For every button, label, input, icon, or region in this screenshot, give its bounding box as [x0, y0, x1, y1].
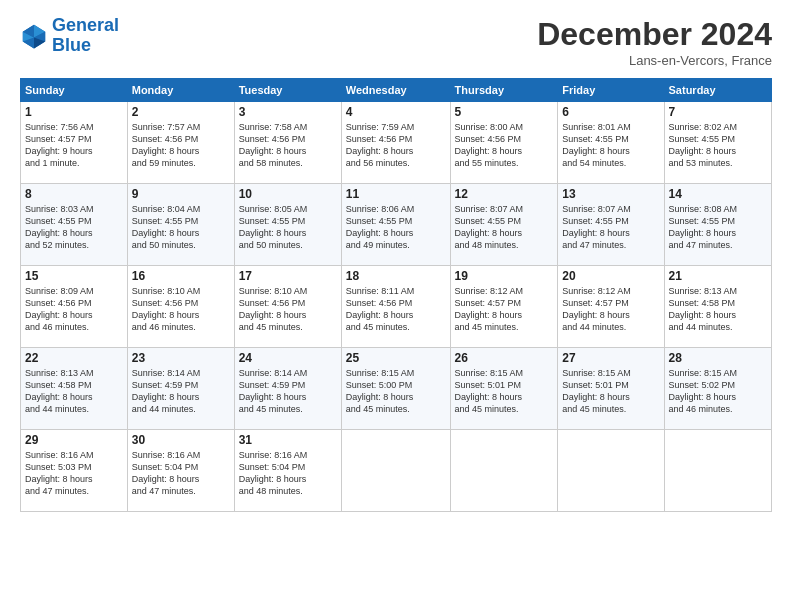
calendar-cell: 31Sunrise: 8:16 AM Sunset: 5:04 PM Dayli…: [234, 430, 341, 512]
location: Lans-en-Vercors, France: [537, 53, 772, 68]
calendar: SundayMondayTuesdayWednesdayThursdayFrid…: [20, 78, 772, 512]
logo-text: General Blue: [52, 16, 119, 56]
day-number: 23: [132, 351, 230, 365]
day-info: Sunrise: 8:07 AM Sunset: 4:55 PM Dayligh…: [562, 203, 659, 252]
day-info: Sunrise: 8:12 AM Sunset: 4:57 PM Dayligh…: [562, 285, 659, 334]
day-info: Sunrise: 8:10 AM Sunset: 4:56 PM Dayligh…: [239, 285, 337, 334]
logo-line2: Blue: [52, 35, 91, 55]
day-info: Sunrise: 8:16 AM Sunset: 5:04 PM Dayligh…: [239, 449, 337, 498]
day-info: Sunrise: 8:16 AM Sunset: 5:03 PM Dayligh…: [25, 449, 123, 498]
calendar-cell: 26Sunrise: 8:15 AM Sunset: 5:01 PM Dayli…: [450, 348, 558, 430]
day-number: 7: [669, 105, 767, 119]
page: General Blue December 2024 Lans-en-Verco…: [0, 0, 792, 612]
calendar-cell: 19Sunrise: 8:12 AM Sunset: 4:57 PM Dayli…: [450, 266, 558, 348]
day-number: 14: [669, 187, 767, 201]
day-info: Sunrise: 8:15 AM Sunset: 5:02 PM Dayligh…: [669, 367, 767, 416]
calendar-cell: [450, 430, 558, 512]
day-number: 31: [239, 433, 337, 447]
calendar-cell: 25Sunrise: 8:15 AM Sunset: 5:00 PM Dayli…: [341, 348, 450, 430]
calendar-cell: 27Sunrise: 8:15 AM Sunset: 5:01 PM Dayli…: [558, 348, 664, 430]
calendar-cell: 16Sunrise: 8:10 AM Sunset: 4:56 PM Dayli…: [127, 266, 234, 348]
day-number: 3: [239, 105, 337, 119]
day-info: Sunrise: 8:15 AM Sunset: 5:01 PM Dayligh…: [455, 367, 554, 416]
calendar-cell: 29Sunrise: 8:16 AM Sunset: 5:03 PM Dayli…: [21, 430, 128, 512]
calendar-cell: 9Sunrise: 8:04 AM Sunset: 4:55 PM Daylig…: [127, 184, 234, 266]
calendar-cell: 18Sunrise: 8:11 AM Sunset: 4:56 PM Dayli…: [341, 266, 450, 348]
day-info: Sunrise: 8:15 AM Sunset: 5:00 PM Dayligh…: [346, 367, 446, 416]
calendar-header-friday: Friday: [558, 79, 664, 102]
day-info: Sunrise: 7:56 AM Sunset: 4:57 PM Dayligh…: [25, 121, 123, 170]
day-info: Sunrise: 8:11 AM Sunset: 4:56 PM Dayligh…: [346, 285, 446, 334]
calendar-cell: [558, 430, 664, 512]
logo-line1: General: [52, 15, 119, 35]
logo-icon: [20, 22, 48, 50]
calendar-week-5: 29Sunrise: 8:16 AM Sunset: 5:03 PM Dayli…: [21, 430, 772, 512]
calendar-cell: 2Sunrise: 7:57 AM Sunset: 4:56 PM Daylig…: [127, 102, 234, 184]
day-info: Sunrise: 8:14 AM Sunset: 4:59 PM Dayligh…: [132, 367, 230, 416]
day-number: 22: [25, 351, 123, 365]
day-number: 29: [25, 433, 123, 447]
day-info: Sunrise: 8:09 AM Sunset: 4:56 PM Dayligh…: [25, 285, 123, 334]
calendar-cell: [341, 430, 450, 512]
calendar-header-thursday: Thursday: [450, 79, 558, 102]
title-block: December 2024 Lans-en-Vercors, France: [537, 16, 772, 68]
calendar-header-row: SundayMondayTuesdayWednesdayThursdayFrid…: [21, 79, 772, 102]
calendar-header-monday: Monday: [127, 79, 234, 102]
day-number: 30: [132, 433, 230, 447]
calendar-header-wednesday: Wednesday: [341, 79, 450, 102]
calendar-cell: 13Sunrise: 8:07 AM Sunset: 4:55 PM Dayli…: [558, 184, 664, 266]
day-number: 10: [239, 187, 337, 201]
calendar-cell: 1Sunrise: 7:56 AM Sunset: 4:57 PM Daylig…: [21, 102, 128, 184]
day-number: 21: [669, 269, 767, 283]
day-number: 27: [562, 351, 659, 365]
header: General Blue December 2024 Lans-en-Verco…: [20, 16, 772, 68]
calendar-cell: 30Sunrise: 8:16 AM Sunset: 5:04 PM Dayli…: [127, 430, 234, 512]
day-number: 1: [25, 105, 123, 119]
calendar-week-2: 8Sunrise: 8:03 AM Sunset: 4:55 PM Daylig…: [21, 184, 772, 266]
day-number: 2: [132, 105, 230, 119]
day-info: Sunrise: 8:12 AM Sunset: 4:57 PM Dayligh…: [455, 285, 554, 334]
calendar-week-1: 1Sunrise: 7:56 AM Sunset: 4:57 PM Daylig…: [21, 102, 772, 184]
day-number: 19: [455, 269, 554, 283]
day-number: 28: [669, 351, 767, 365]
day-number: 20: [562, 269, 659, 283]
calendar-cell: 8Sunrise: 8:03 AM Sunset: 4:55 PM Daylig…: [21, 184, 128, 266]
day-number: 4: [346, 105, 446, 119]
calendar-cell: 11Sunrise: 8:06 AM Sunset: 4:55 PM Dayli…: [341, 184, 450, 266]
day-info: Sunrise: 8:04 AM Sunset: 4:55 PM Dayligh…: [132, 203, 230, 252]
calendar-cell: 28Sunrise: 8:15 AM Sunset: 5:02 PM Dayli…: [664, 348, 771, 430]
day-number: 17: [239, 269, 337, 283]
day-info: Sunrise: 8:00 AM Sunset: 4:56 PM Dayligh…: [455, 121, 554, 170]
calendar-cell: 20Sunrise: 8:12 AM Sunset: 4:57 PM Dayli…: [558, 266, 664, 348]
day-info: Sunrise: 7:57 AM Sunset: 4:56 PM Dayligh…: [132, 121, 230, 170]
calendar-cell: 15Sunrise: 8:09 AM Sunset: 4:56 PM Dayli…: [21, 266, 128, 348]
day-number: 9: [132, 187, 230, 201]
calendar-week-3: 15Sunrise: 8:09 AM Sunset: 4:56 PM Dayli…: [21, 266, 772, 348]
day-number: 8: [25, 187, 123, 201]
day-info: Sunrise: 8:14 AM Sunset: 4:59 PM Dayligh…: [239, 367, 337, 416]
day-number: 6: [562, 105, 659, 119]
day-info: Sunrise: 8:13 AM Sunset: 4:58 PM Dayligh…: [669, 285, 767, 334]
day-info: Sunrise: 7:58 AM Sunset: 4:56 PM Dayligh…: [239, 121, 337, 170]
calendar-cell: 4Sunrise: 7:59 AM Sunset: 4:56 PM Daylig…: [341, 102, 450, 184]
day-number: 15: [25, 269, 123, 283]
day-info: Sunrise: 8:06 AM Sunset: 4:55 PM Dayligh…: [346, 203, 446, 252]
calendar-cell: 5Sunrise: 8:00 AM Sunset: 4:56 PM Daylig…: [450, 102, 558, 184]
day-number: 12: [455, 187, 554, 201]
day-info: Sunrise: 8:10 AM Sunset: 4:56 PM Dayligh…: [132, 285, 230, 334]
day-info: Sunrise: 8:02 AM Sunset: 4:55 PM Dayligh…: [669, 121, 767, 170]
day-number: 16: [132, 269, 230, 283]
calendar-cell: 22Sunrise: 8:13 AM Sunset: 4:58 PM Dayli…: [21, 348, 128, 430]
calendar-cell: 7Sunrise: 8:02 AM Sunset: 4:55 PM Daylig…: [664, 102, 771, 184]
calendar-cell: 10Sunrise: 8:05 AM Sunset: 4:55 PM Dayli…: [234, 184, 341, 266]
calendar-cell: [664, 430, 771, 512]
day-info: Sunrise: 8:13 AM Sunset: 4:58 PM Dayligh…: [25, 367, 123, 416]
day-number: 13: [562, 187, 659, 201]
calendar-cell: 14Sunrise: 8:08 AM Sunset: 4:55 PM Dayli…: [664, 184, 771, 266]
day-number: 24: [239, 351, 337, 365]
day-info: Sunrise: 8:15 AM Sunset: 5:01 PM Dayligh…: [562, 367, 659, 416]
calendar-cell: 3Sunrise: 7:58 AM Sunset: 4:56 PM Daylig…: [234, 102, 341, 184]
day-number: 5: [455, 105, 554, 119]
day-info: Sunrise: 8:16 AM Sunset: 5:04 PM Dayligh…: [132, 449, 230, 498]
day-info: Sunrise: 8:01 AM Sunset: 4:55 PM Dayligh…: [562, 121, 659, 170]
